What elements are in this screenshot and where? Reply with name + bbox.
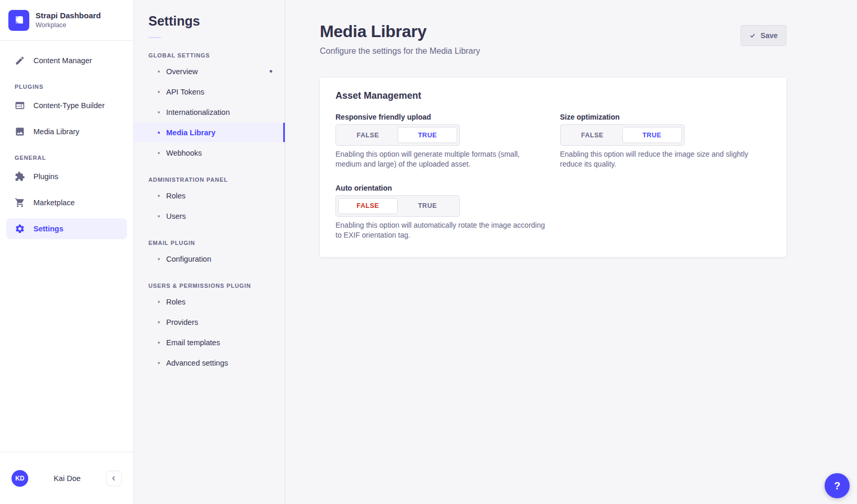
sidebar-item-label: Marketplace	[33, 198, 75, 207]
subnav-item-media-library[interactable]: Media Library	[134, 123, 285, 142]
subnav-section-global-settings: GLOBAL SETTINGS	[148, 52, 270, 58]
bullet-icon	[158, 301, 160, 303]
subnav-item-api-tokens[interactable]: API Tokens	[134, 82, 285, 101]
toggle-option-true[interactable]: TRUE	[398, 198, 457, 214]
size-optimization-toggle: FALSE TRUE	[560, 124, 685, 146]
field-hint: Enabling this option will automatically …	[335, 220, 547, 240]
bullet-icon	[158, 342, 160, 344]
subnav-item-label: Roles	[166, 192, 186, 200]
bullet-icon	[158, 71, 160, 73]
subnav-item-roles-up[interactable]: Roles	[134, 292, 285, 311]
main-content: Media Library Configure the settings for…	[285, 0, 857, 504]
field-size-optimization: Size optimization FALSE TRUE Enabling th…	[560, 113, 771, 169]
help-button[interactable]: ?	[825, 473, 850, 498]
chevron-left-icon	[111, 475, 117, 482]
strapi-logo-icon[interactable]	[8, 10, 29, 31]
field-label: Responsive friendly upload	[335, 113, 547, 121]
sidebar-item-label: Media Library	[33, 127, 79, 136]
subnav-divider	[148, 37, 161, 38]
subnav-item-label: Providers	[166, 318, 198, 326]
sidebar-item-plugins[interactable]: Plugins	[6, 166, 127, 187]
subnav-item-label: Internationalization	[166, 108, 230, 116]
field-responsive-friendly-upload: Responsive friendly upload FALSE TRUE En…	[335, 113, 547, 169]
image-icon	[15, 126, 25, 137]
brand-title: Strapi Dashboard	[36, 11, 101, 21]
subnav-item-webhooks[interactable]: Webhooks	[134, 143, 285, 162]
subnav-item-providers[interactable]: Providers	[134, 312, 285, 332]
check-icon	[749, 32, 756, 39]
subnav-section-users-permissions: USERS & PERMISSIONS PLUGIN	[148, 283, 270, 289]
auto-orientation-toggle: FALSE TRUE	[335, 195, 460, 217]
toggle-option-false[interactable]: FALSE	[338, 127, 398, 143]
subnav-title: Settings	[148, 14, 285, 29]
subnav-item-configuration[interactable]: Configuration	[134, 249, 285, 268]
sidebar-section-plugins: PLUGINS	[6, 84, 127, 90]
sidebar-item-settings[interactable]: Settings	[6, 218, 127, 239]
sidebar-footer: KD Kai Doe	[0, 452, 133, 504]
collapse-sidebar-button[interactable]	[106, 471, 122, 486]
sidebar-item-label: Content Manager	[33, 56, 92, 65]
subnav-section-administration-panel: ADMINISTRATION PANEL	[148, 177, 270, 183]
bullet-icon	[158, 132, 160, 134]
bullet-icon	[158, 111, 160, 113]
bullet-icon	[158, 195, 160, 197]
subnav-item-advanced-settings[interactable]: Advanced settings	[134, 353, 285, 372]
save-button[interactable]: Save	[740, 25, 786, 46]
responsive-friendly-upload-toggle: FALSE TRUE	[335, 124, 460, 146]
card-title: Asset Management	[335, 90, 771, 101]
user-name: Kai Doe	[28, 474, 106, 483]
settings-subnav: Settings GLOBAL SETTINGS Overview API To…	[134, 0, 285, 504]
page-title-block: Media Library Configure the settings for…	[320, 22, 480, 56]
sidebar-item-content-type-builder[interactable]: Content-Type Builder	[6, 95, 127, 116]
main-sidebar: Strapi Dashboard Workplace Content Manag…	[0, 0, 134, 504]
subnav-item-label: Email templates	[166, 338, 220, 347]
sidebar-section-general: GENERAL	[6, 155, 127, 161]
subnav-item-label: Webhooks	[166, 149, 202, 157]
page-title: Media Library	[320, 22, 480, 41]
asset-management-card: Asset Management Responsive friendly upl…	[320, 78, 786, 257]
pen-icon	[15, 55, 25, 66]
gear-icon	[15, 224, 25, 234]
strapi-mark	[8, 10, 29, 31]
subnav-item-label: Roles	[166, 298, 186, 306]
field-label: Size optimization	[560, 113, 771, 121]
bullet-icon	[158, 258, 160, 260]
bullet-icon	[158, 362, 160, 364]
subnav-section-email-plugin: EMAIL PLUGIN	[148, 240, 270, 246]
subnav-item-label: Media Library	[166, 128, 215, 137]
toggle-option-false[interactable]: FALSE	[338, 198, 398, 214]
subnav-item-label: Overview	[166, 67, 198, 76]
toggle-option-true[interactable]: TRUE	[622, 127, 682, 143]
brand-block: Strapi Dashboard Workplace	[0, 0, 133, 41]
save-button-label: Save	[760, 31, 778, 40]
subnav-item-label: Advanced settings	[166, 359, 228, 367]
bullet-icon	[158, 321, 160, 323]
field-hint: Enabling this option will generate multi…	[335, 149, 547, 169]
sidebar-nav: Content Manager PLUGINS Content-Type Bui…	[0, 41, 133, 452]
toggle-option-false[interactable]: FALSE	[563, 127, 622, 143]
avatar[interactable]: KD	[11, 470, 28, 487]
sidebar-item-marketplace[interactable]: Marketplace	[6, 192, 127, 213]
sidebar-item-label: Plugins	[33, 172, 59, 181]
subnav-item-roles-admin[interactable]: Roles	[134, 186, 285, 205]
brand-text: Strapi Dashboard Workplace	[36, 11, 101, 29]
field-auto-orientation: Auto orientation FALSE TRUE Enabling thi…	[335, 184, 547, 240]
subnav-item-overview[interactable]: Overview	[134, 62, 285, 81]
bullet-icon	[158, 91, 160, 93]
subnav-item-label: Users	[166, 212, 186, 220]
subnav-item-internationalization[interactable]: Internationalization	[134, 102, 285, 122]
subnav-item-label: API Tokens	[166, 88, 204, 96]
bullet-icon	[158, 152, 160, 154]
subnav-item-email-templates[interactable]: Email templates	[134, 333, 285, 352]
puzzle-icon	[15, 171, 25, 182]
subnav-item-users[interactable]: Users	[134, 206, 285, 226]
fields-grid: Responsive friendly upload FALSE TRUE En…	[335, 113, 771, 240]
sidebar-item-label: Content-Type Builder	[33, 101, 105, 110]
sidebar-item-media-library[interactable]: Media Library	[6, 121, 127, 142]
toggle-option-true[interactable]: TRUE	[398, 127, 457, 143]
sidebar-item-content-manager[interactable]: Content Manager	[6, 50, 127, 71]
field-hint: Enabling this option will reduce the ima…	[560, 149, 771, 169]
sidebar-item-label: Settings	[33, 225, 63, 233]
field-label: Auto orientation	[335, 184, 547, 192]
notification-dot-icon	[270, 70, 272, 73]
